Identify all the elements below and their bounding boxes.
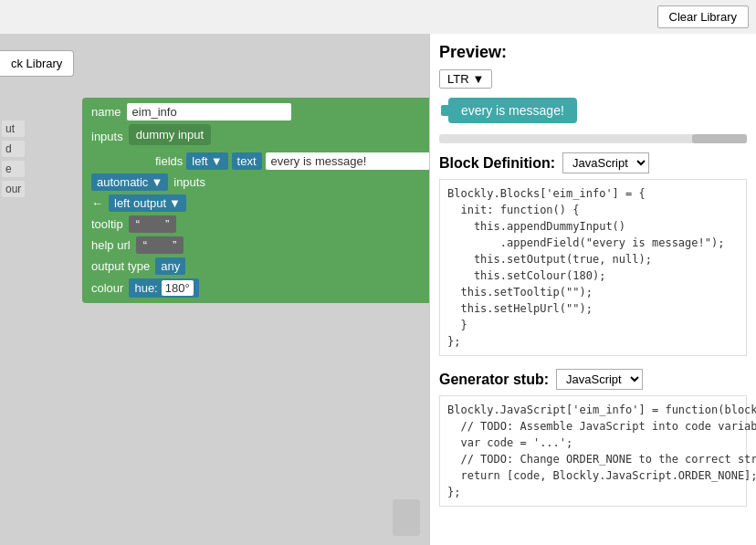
horizontal-scrollbar[interactable] — [439, 134, 747, 143]
preview-title: Preview: — [439, 43, 747, 62]
top-bar: Clear Library — [0, 0, 756, 34]
automatic-label: automatic — [97, 175, 148, 189]
left-panel-scrollbar[interactable] — [393, 499, 420, 536]
main-block: name inputs dummy input fields left ▼ te… — [82, 98, 429, 303]
quote-open-icon: “ — [136, 217, 140, 231]
left-dropdown[interactable]: left ▼ — [186, 152, 227, 170]
auto-row: automatic ▼ inputs — [91, 173, 429, 191]
helpurl-row: help url “ ” — [91, 236, 429, 254]
dummy-input-block: dummy input — [129, 124, 211, 145]
left-panel: ut d e our name inputs dummy input fiel — [0, 34, 429, 545]
generator-stub-code: Blockly.JavaScript['eim_info'] = functio… — [439, 395, 747, 507]
name-label: name — [91, 105, 121, 119]
tooltip-label: tooltip — [91, 217, 123, 231]
block-library-tab[interactable]: ck Library — [0, 50, 74, 77]
generator-stub-lang-select[interactable]: JavaScript — [556, 369, 643, 390]
vert-labels: ut d e our — [0, 121, 25, 197]
vert-label-ut[interactable]: ut — [2, 121, 25, 137]
output-type-label: output type — [91, 259, 150, 273]
text-label: text — [232, 152, 262, 170]
any-dropdown[interactable]: any — [155, 257, 185, 275]
left-output-row: ← left output ▼ — [91, 194, 429, 212]
ltr-label: LTR — [447, 72, 469, 86]
hue-block[interactable]: hue: 180° — [129, 278, 198, 298]
auto-arrow: ▼ — [151, 175, 163, 189]
inputs-row: inputs dummy input — [91, 124, 429, 149]
vert-label-our[interactable]: our — [2, 181, 25, 197]
inputs-label: inputs — [91, 130, 123, 143]
helpurl-quote-block[interactable]: “ ” — [136, 236, 184, 254]
generator-stub-section: Generator stub: JavaScript — [439, 369, 747, 390]
tooltip-row: tooltip “ ” — [91, 215, 429, 233]
helpurl-quote-open: “ — [143, 238, 147, 252]
left-arrow-symbol: ← — [91, 196, 103, 210]
hue-label: hue: — [134, 281, 157, 295]
right-panel: Preview: LTR ▼ every is message! Block D… — [429, 34, 756, 545]
name-row: name — [91, 103, 429, 121]
left-dropdown-label: left — [192, 154, 207, 168]
message-input[interactable] — [266, 152, 429, 170]
preview-block-text: every is message! — [461, 103, 564, 118]
inputs-label2: inputs — [173, 175, 205, 189]
generator-stub-title: Generator stub: — [439, 372, 549, 388]
preview-connector — [441, 105, 448, 116]
fields-row: fields left ▼ text — [155, 152, 429, 170]
colour-label: colour — [91, 281, 123, 295]
hue-value: 180° — [162, 280, 194, 296]
block-definition-title: Block Definition: — [439, 155, 555, 172]
clear-library-button[interactable]: Clear Library — [657, 5, 749, 28]
colour-row: colour hue: 180° — [91, 278, 429, 298]
helpurl-label: help url — [91, 238, 131, 252]
left-dropdown-arrow: ▼ — [211, 154, 223, 168]
helpurl-quote-close: ” — [173, 238, 176, 252]
output-type-row: output type any — [91, 257, 429, 275]
dummy-input-label: dummy input — [136, 128, 204, 141]
automatic-dropdown[interactable]: automatic ▼ — [91, 173, 168, 191]
fields-label: fields — [155, 154, 183, 168]
quote-close-icon: ” — [165, 217, 169, 231]
left-output-arrow: ▼ — [169, 196, 181, 210]
preview-block: every is message! — [448, 98, 577, 123]
block-workspace: name inputs dummy input fields left ▼ te… — [37, 84, 429, 545]
vert-label-e[interactable]: e — [2, 161, 25, 177]
ltr-dropdown[interactable]: LTR ▼ — [439, 69, 492, 89]
scroll-thumb[interactable] — [692, 134, 747, 143]
tooltip-quote-block[interactable]: “ ” — [129, 215, 177, 233]
block-definition-code: Blockly.Blocks['eim_info'] = { init: fun… — [439, 179, 747, 356]
ltr-arrow: ▼ — [473, 72, 485, 86]
block-definition-section: Block Definition: JavaScript — [439, 152, 747, 173]
name-input[interactable] — [127, 103, 291, 121]
vert-label-d[interactable]: d — [2, 141, 25, 157]
block-definition-lang-select[interactable]: JavaScript — [562, 152, 649, 173]
left-output-label: left output — [114, 196, 166, 210]
left-output-dropdown[interactable]: left output ▼ — [109, 194, 186, 212]
